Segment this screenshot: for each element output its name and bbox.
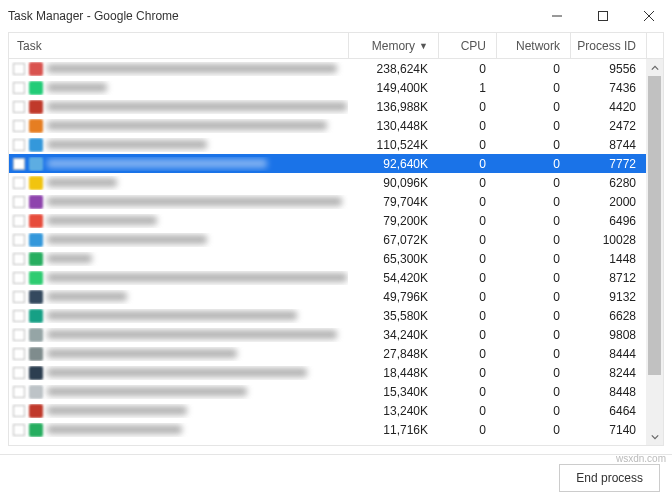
cell-pid: 8244 — [570, 366, 646, 380]
cell-memory: 13,240K — [348, 404, 438, 418]
svg-rect-1 — [599, 12, 608, 21]
cell-pid: 1448 — [570, 252, 646, 266]
cell-network: 0 — [496, 176, 570, 190]
process-icon — [29, 366, 43, 380]
table-row[interactable]: 92,640K007772 — [9, 154, 646, 173]
cell-network: 0 — [496, 233, 570, 247]
process-icon — [29, 195, 43, 209]
cell-pid: 6496 — [570, 214, 646, 228]
column-header-memory[interactable]: Memory ▼ — [348, 33, 438, 58]
table-row[interactable]: 79,200K006496 — [9, 211, 646, 230]
process-name — [47, 140, 207, 149]
cell-pid: 6280 — [570, 176, 646, 190]
end-process-button[interactable]: End process — [559, 464, 660, 492]
table-row[interactable]: 34,240K009808 — [9, 325, 646, 344]
table-row[interactable]: 130,448K002472 — [9, 116, 646, 135]
cell-pid: 8712 — [570, 271, 646, 285]
cell-cpu: 0 — [438, 119, 496, 133]
process-icon — [29, 404, 43, 418]
table-row[interactable]: 15,340K008448 — [9, 382, 646, 401]
process-name — [47, 292, 127, 301]
process-name — [47, 102, 347, 111]
vertical-scrollbar[interactable] — [646, 59, 663, 445]
table-row[interactable]: 79,704K002000 — [9, 192, 646, 211]
process-name — [47, 235, 207, 244]
cell-pid: 7436 — [570, 81, 646, 95]
row-expand-icon — [13, 272, 25, 284]
cell-memory: 35,580K — [348, 309, 438, 323]
close-button[interactable] — [626, 0, 672, 32]
process-icon — [29, 176, 43, 190]
cell-memory: 149,400K — [348, 81, 438, 95]
cell-cpu: 0 — [438, 157, 496, 171]
cell-cpu: 0 — [438, 176, 496, 190]
process-name — [47, 349, 237, 358]
table-row[interactable]: 18,448K008244 — [9, 363, 646, 382]
process-name — [47, 159, 267, 168]
cell-pid: 9556 — [570, 62, 646, 76]
row-expand-icon — [13, 120, 25, 132]
table-row[interactable]: 90,096K006280 — [9, 173, 646, 192]
scroll-thumb[interactable] — [648, 76, 661, 375]
cell-cpu: 0 — [438, 138, 496, 152]
cell-network: 0 — [496, 81, 570, 95]
scroll-track[interactable] — [646, 76, 663, 428]
cell-pid: 8744 — [570, 138, 646, 152]
row-expand-icon — [13, 63, 25, 75]
process-name — [47, 178, 117, 187]
cell-memory: 90,096K — [348, 176, 438, 190]
process-icon — [29, 100, 43, 114]
table-row[interactable]: 65,300K001448 — [9, 249, 646, 268]
row-expand-icon — [13, 424, 25, 436]
cell-cpu: 0 — [438, 100, 496, 114]
process-icon — [29, 328, 43, 342]
cell-pid: 6628 — [570, 309, 646, 323]
column-header-pid[interactable]: Process ID — [570, 33, 646, 58]
cell-network: 0 — [496, 119, 570, 133]
table-row[interactable]: 67,072K0010028 — [9, 230, 646, 249]
cell-network: 0 — [496, 385, 570, 399]
cell-cpu: 0 — [438, 366, 496, 380]
cell-cpu: 0 — [438, 271, 496, 285]
cell-memory: 11,716K — [348, 423, 438, 437]
maximize-button[interactable] — [580, 0, 626, 32]
cell-network: 0 — [496, 214, 570, 228]
process-name — [47, 121, 327, 130]
process-name — [47, 425, 182, 434]
table-row[interactable]: 110,524K008744 — [9, 135, 646, 154]
cell-memory: 92,640K — [348, 157, 438, 171]
cell-network: 0 — [496, 271, 570, 285]
process-name — [47, 330, 337, 339]
cell-pid: 7772 — [570, 157, 646, 171]
table-row[interactable]: 35,580K006628 — [9, 306, 646, 325]
cell-pid: 8444 — [570, 347, 646, 361]
process-name — [47, 64, 337, 73]
cell-pid: 9808 — [570, 328, 646, 342]
row-expand-icon — [13, 291, 25, 303]
cell-memory: 79,704K — [348, 195, 438, 209]
process-icon — [29, 62, 43, 76]
cell-memory: 49,796K — [348, 290, 438, 304]
cell-network: 0 — [496, 290, 570, 304]
row-expand-icon — [13, 348, 25, 360]
table-row[interactable]: 11,716K007140 — [9, 420, 646, 439]
table-row[interactable]: 49,796K009132 — [9, 287, 646, 306]
column-header-network[interactable]: Network — [496, 33, 570, 58]
sort-desc-icon: ▼ — [419, 41, 428, 51]
table-row[interactable]: 13,240K006464 — [9, 401, 646, 420]
table-row[interactable]: 27,848K008444 — [9, 344, 646, 363]
table-row[interactable]: 136,988K004420 — [9, 97, 646, 116]
cell-network: 0 — [496, 404, 570, 418]
scroll-up-button[interactable] — [646, 59, 663, 76]
cell-cpu: 0 — [438, 328, 496, 342]
scroll-down-button[interactable] — [646, 428, 663, 445]
table-row[interactable]: 149,400K107436 — [9, 78, 646, 97]
cell-network: 0 — [496, 328, 570, 342]
table-row[interactable]: 54,420K008712 — [9, 268, 646, 287]
column-header-cpu[interactable]: CPU — [438, 33, 496, 58]
column-header-task[interactable]: Task — [9, 39, 348, 53]
table-row[interactable]: 238,624K009556 — [9, 59, 646, 78]
minimize-button[interactable] — [534, 0, 580, 32]
process-name — [47, 216, 157, 225]
cell-memory: 238,624K — [348, 62, 438, 76]
